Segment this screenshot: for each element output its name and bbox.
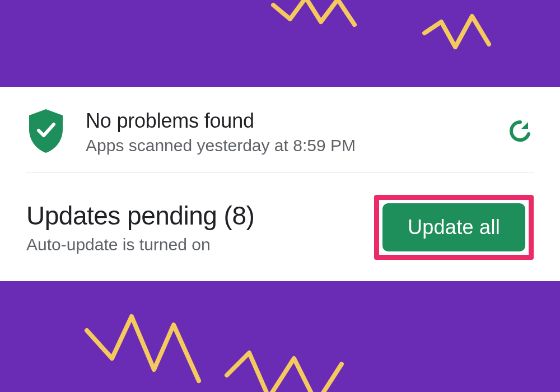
- refresh-button[interactable]: [507, 118, 534, 147]
- updates-card: No problems found Apps scanned yesterday…: [0, 87, 560, 281]
- scan-status-subtitle: Apps scanned yesterday at 8:59 PM: [86, 136, 487, 155]
- refresh-icon: [507, 118, 534, 144]
- updates-pending-text: Updates pending (8) Auto-update is turne…: [26, 200, 254, 254]
- updates-pending-subtitle: Auto-update is turned on: [26, 235, 254, 254]
- update-all-button[interactable]: Update all: [382, 203, 525, 251]
- scan-status-row: No problems found Apps scanned yesterday…: [26, 108, 534, 172]
- decorative-zigzag-icon: [268, 0, 497, 53]
- highlight-annotation: Update all: [374, 195, 534, 260]
- updates-pending-row: Updates pending (8) Auto-update is turne…: [26, 172, 534, 260]
- decorative-zigzag-icon: [81, 308, 372, 392]
- shield-check-icon: [26, 108, 66, 156]
- updates-pending-title: Updates pending (8): [26, 200, 254, 231]
- scan-status-text: No problems found Apps scanned yesterday…: [86, 109, 487, 155]
- scan-status-title: No problems found: [86, 109, 487, 133]
